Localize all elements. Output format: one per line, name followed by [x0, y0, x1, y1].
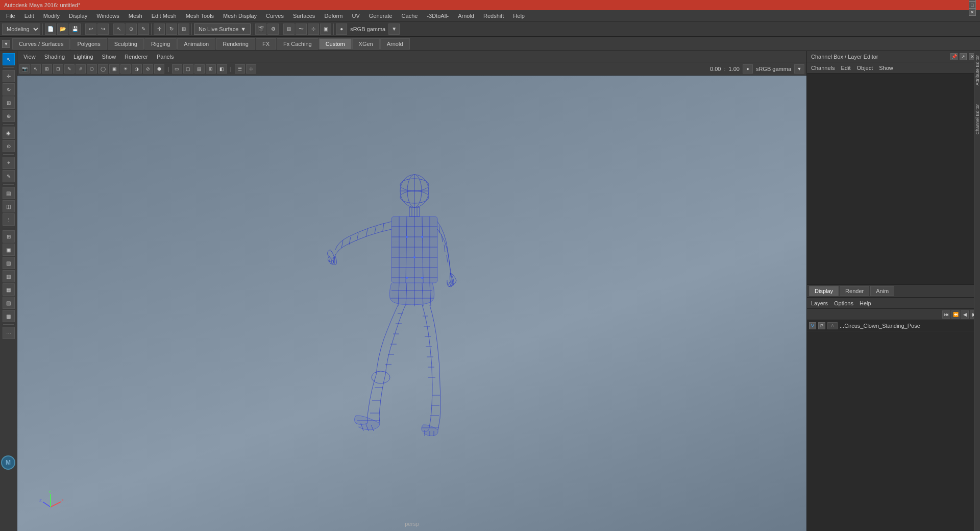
- show-manip-button[interactable]: ⊙: [3, 140, 15, 152]
- attribute-editor-tab[interactable]: Attribute Editor: [974, 51, 981, 90]
- view-menu[interactable]: View: [19, 53, 40, 61]
- more-tools-button[interactable]: ⋯: [3, 327, 15, 339]
- vp-texture-button[interactable]: ▣: [109, 64, 119, 74]
- shelf-tab-curves-surfaces[interactable]: Curves / Surfaces: [12, 38, 70, 50]
- vp-wireframe-button[interactable]: ⬡: [87, 64, 97, 74]
- vp-field-chart[interactable]: ⊞: [206, 64, 216, 74]
- universal-manip-button[interactable]: ⊕: [3, 110, 15, 122]
- vp-grid-button[interactable]: #: [76, 64, 86, 74]
- cb-tab-object[interactable]: Object: [856, 64, 873, 72]
- layer-rewind-button[interactable]: ⏮: [942, 310, 950, 319]
- shelf-tab-arnold[interactable]: Arnold: [380, 38, 410, 50]
- menu-cache[interactable]: Cache: [398, 12, 422, 20]
- menu-surfaces[interactable]: Surfaces: [289, 12, 319, 20]
- shelf-toggle-button[interactable]: ▼: [2, 40, 10, 48]
- vp-xray-button[interactable]: ⊘: [143, 64, 153, 74]
- open-scene-button[interactable]: 📂: [57, 23, 68, 35]
- shelf-tab-xgen[interactable]: XGen: [352, 38, 380, 50]
- soft-mod-button[interactable]: ◉: [3, 127, 15, 139]
- menu-curves[interactable]: Curves: [262, 12, 288, 20]
- menu-edit-mesh[interactable]: Edit Mesh: [148, 12, 181, 20]
- vp-iso-button[interactable]: ⬢: [154, 64, 164, 74]
- display-tab-render[interactable]: Render: [840, 286, 869, 296]
- cb-tab-show[interactable]: Show: [879, 64, 893, 72]
- vp-origin-button[interactable]: ⊹: [246, 64, 256, 74]
- shelf-tab-animation[interactable]: Animation: [177, 38, 215, 50]
- render-button[interactable]: 🎬: [255, 23, 266, 35]
- shelf-tab-fx[interactable]: FX: [256, 38, 276, 50]
- layer-back-button[interactable]: ◀: [961, 310, 969, 319]
- vp-paint-button[interactable]: ✎: [64, 64, 75, 74]
- view-layout6-button[interactable]: ▩: [3, 310, 15, 322]
- quad-view-button[interactable]: ⊞: [3, 230, 15, 243]
- menu-mesh-display[interactable]: Mesh Display: [219, 12, 261, 20]
- layer-prev-button[interactable]: ⏪: [951, 310, 960, 319]
- paint-select-side-button[interactable]: ✎: [3, 170, 15, 182]
- move-tool-side-button[interactable]: ✛: [3, 70, 15, 82]
- workspace-dropdown[interactable]: Modeling: [2, 23, 40, 35]
- scale-tool-button[interactable]: ⊞: [178, 23, 189, 35]
- menu-mesh-tools[interactable]: Mesh Tools: [182, 12, 218, 20]
- layer-display-button[interactable]: ▤: [3, 187, 15, 199]
- shelf-tab-polygons[interactable]: Polygons: [70, 38, 107, 50]
- menu-3dtoall[interactable]: -3DtoAll-: [423, 12, 453, 20]
- select-tool-side-button[interactable]: ↖: [3, 53, 15, 65]
- snap-surface-button[interactable]: ▣: [320, 23, 331, 35]
- shelf-tab-rigging[interactable]: Rigging: [144, 38, 177, 50]
- cb-tab-channels[interactable]: Channels: [811, 64, 835, 72]
- vp-select-button[interactable]: ↖: [31, 64, 41, 74]
- layer-visibility-button[interactable]: V: [809, 322, 816, 329]
- shelf-tab-custom[interactable]: Custom: [319, 38, 352, 50]
- snap-curve-button[interactable]: 〜: [296, 23, 307, 35]
- layers-menu[interactable]: Layers: [811, 300, 828, 306]
- vp-smooth-button[interactable]: ◯: [98, 64, 108, 74]
- render-settings-button[interactable]: ⚙: [267, 23, 279, 35]
- no-live-surface-button[interactable]: No Live Surface ▼: [194, 23, 251, 35]
- paint-select-button[interactable]: ✎: [138, 23, 149, 35]
- menu-redshift[interactable]: Redshift: [479, 12, 508, 20]
- channel-box-float-button[interactable]: ↗: [960, 53, 967, 60]
- layer-row-item[interactable]: V P /\ ...Circus_Clown_Standing_Pose: [807, 320, 980, 331]
- new-scene-button[interactable]: 📄: [45, 23, 56, 35]
- vp-resolution-gate[interactable]: ▭: [172, 64, 182, 74]
- display-tab-display[interactable]: Display: [809, 286, 839, 296]
- redo-button[interactable]: ↪: [97, 23, 109, 35]
- lasso-select-button[interactable]: ⌖: [3, 157, 15, 169]
- menu-uv[interactable]: UV: [348, 12, 363, 20]
- options-menu[interactable]: Options: [834, 300, 853, 306]
- menu-modify[interactable]: Modify: [39, 12, 64, 20]
- viewport-canvas[interactable]: .wire { fill: none; stroke: #2233cc; str…: [17, 76, 806, 531]
- menu-deform[interactable]: Deform: [320, 12, 347, 20]
- vp-frame-all[interactable]: ⊞: [42, 64, 52, 74]
- snap-point-button[interactable]: ⊹: [308, 23, 319, 35]
- rotate-tool-button[interactable]: ↻: [166, 23, 177, 35]
- close-button[interactable]: ✕: [969, 9, 976, 16]
- menu-arnold[interactable]: Arnold: [454, 12, 478, 20]
- gamma-dropdown[interactable]: ▼: [388, 23, 400, 35]
- layer-p-button[interactable]: P: [818, 322, 825, 329]
- save-scene-button[interactable]: 💾: [69, 23, 81, 35]
- vp-gamma-dropdown[interactable]: ▼: [794, 64, 804, 74]
- lasso-tool-button[interactable]: ⊙: [126, 23, 137, 35]
- menu-windows[interactable]: Windows: [92, 12, 124, 20]
- vp-safe-title[interactable]: ▤: [194, 64, 205, 74]
- vp-hud-toggle[interactable]: ☰: [235, 64, 245, 74]
- menu-display[interactable]: Display: [65, 12, 91, 20]
- render-layer-button[interactable]: ◫: [3, 200, 15, 212]
- view-layout5-button[interactable]: ▧: [3, 297, 15, 309]
- lighting-menu[interactable]: Lighting: [69, 53, 97, 61]
- shelf-tab-fx-caching[interactable]: Fx Caching: [277, 38, 318, 50]
- view-layout4-button[interactable]: ▦: [3, 283, 15, 296]
- scale-tool-side-button[interactable]: ⊞: [3, 96, 15, 109]
- cb-tab-edit[interactable]: Edit: [841, 64, 850, 72]
- maximize-button[interactable]: □: [969, 2, 976, 9]
- undo-button[interactable]: ↩: [85, 23, 96, 35]
- shelf-tab-sculpting[interactable]: Sculpting: [108, 38, 144, 50]
- help-menu-layers[interactable]: Help: [860, 300, 871, 306]
- panels-menu[interactable]: Panels: [153, 53, 178, 61]
- select-tool-button[interactable]: ↖: [113, 23, 125, 35]
- menu-mesh[interactable]: Mesh: [125, 12, 146, 20]
- shelf-tab-rendering[interactable]: Rendering: [216, 38, 255, 50]
- show-menu[interactable]: Show: [98, 53, 120, 61]
- channel-box-pin-button[interactable]: 📌: [950, 53, 958, 60]
